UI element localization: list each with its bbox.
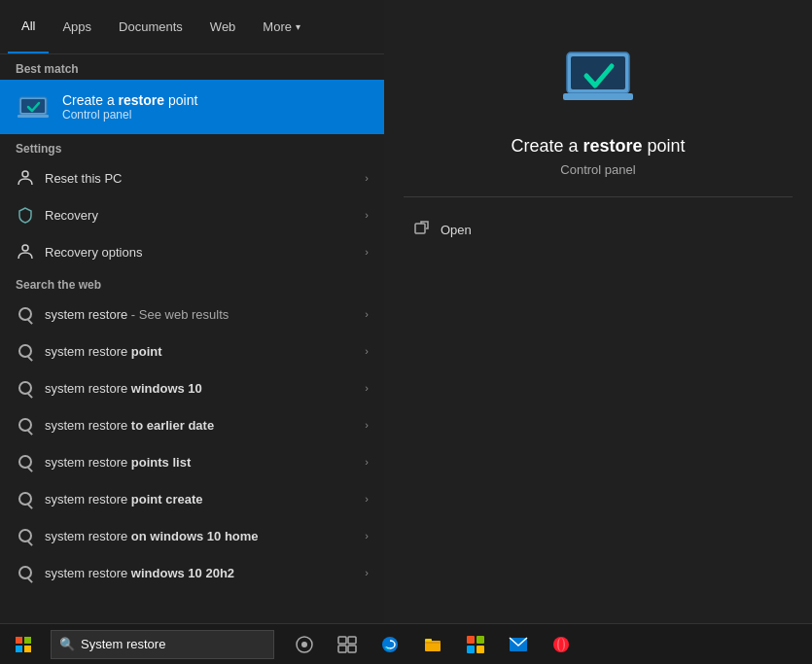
best-match-item[interactable]: Create a restore point Control panel <box>0 80 384 134</box>
web-item-1[interactable]: system restore point › <box>0 332 384 369</box>
web-arrow-4: › <box>365 456 369 468</box>
web-arrow-6: › <box>365 530 369 542</box>
web-text-5: system restore point create <box>45 492 355 507</box>
tab-documents[interactable]: Documents <box>105 0 196 53</box>
store-icon[interactable] <box>455 624 496 665</box>
settings-item-recovery-options[interactable]: Recovery options › <box>0 233 384 270</box>
svg-rect-15 <box>338 637 346 644</box>
svg-point-14 <box>301 642 307 647</box>
web-item-4[interactable]: system restore points list › <box>0 443 384 480</box>
svg-rect-23 <box>467 646 475 653</box>
recovery-icon <box>16 205 35 225</box>
right-app-subtitle: Control panel <box>560 162 635 177</box>
web-item-6[interactable]: system restore on windows 10 home › <box>0 517 384 554</box>
left-panel: All Apps Documents Web More ▾ Best match <box>0 0 384 623</box>
svg-rect-20 <box>425 639 432 642</box>
svg-rect-16 <box>348 637 356 644</box>
best-match-text: Create a restore point Control panel <box>62 92 197 122</box>
web-item-3[interactable]: system restore to earlier date › <box>0 406 384 443</box>
file-explorer-icon[interactable] <box>412 624 453 665</box>
svg-point-3 <box>22 171 28 177</box>
search-icon-1 <box>16 341 35 361</box>
web-text-1: system restore point <box>45 344 355 359</box>
web-text-7: system restore windows 10 20h2 <box>45 566 355 580</box>
tab-more[interactable]: More ▾ <box>249 0 314 53</box>
arrow-icon: › <box>365 172 369 184</box>
task-view-button[interactable] <box>284 624 325 665</box>
multitask-icon[interactable] <box>327 624 368 665</box>
edge-icon[interactable] <box>370 624 410 665</box>
settings-item-recovery[interactable]: Recovery › <box>0 196 384 233</box>
recovery-options-icon <box>16 242 35 262</box>
tab-all[interactable]: All <box>8 0 49 53</box>
svg-rect-8 <box>415 224 425 233</box>
mail-icon[interactable] <box>498 624 539 665</box>
taskbar-icons <box>284 624 582 665</box>
web-arrow-3: › <box>365 419 369 431</box>
tab-apps[interactable]: Apps <box>49 0 105 53</box>
chevron-down-icon: ▾ <box>296 21 300 32</box>
web-arrow-0: › <box>365 308 369 320</box>
svg-rect-24 <box>477 646 484 653</box>
web-item-5[interactable]: system restore point create › <box>0 480 384 517</box>
web-arrow-2: › <box>365 382 369 394</box>
svg-rect-12 <box>24 646 31 652</box>
right-panel: Create a restore point Control panel Ope… <box>384 0 812 623</box>
web-text-4: system restore points list <box>45 455 355 470</box>
best-match-label: Best match <box>0 54 384 80</box>
svg-rect-9 <box>16 637 22 644</box>
search-icon-5 <box>16 489 35 508</box>
svg-rect-7 <box>563 93 633 100</box>
search-bar-icon: 🔍 <box>59 637 75 651</box>
opera-icon[interactable] <box>541 624 582 665</box>
search-results: Best match Create a restore point Co <box>0 54 384 623</box>
web-item-7[interactable]: system restore windows 10 20h2 › <box>0 554 384 591</box>
svg-point-4 <box>22 245 28 251</box>
web-arrow-5: › <box>365 493 369 505</box>
search-bar[interactable]: 🔍 <box>51 630 274 659</box>
web-text-0: system restore - See web results <box>45 307 355 322</box>
right-app-title: Create a restore point <box>511 136 685 157</box>
open-button[interactable]: Open <box>404 213 793 246</box>
web-text-3: system restore to earlier date <box>45 418 355 433</box>
svg-rect-2 <box>18 115 49 118</box>
settings-label: Settings <box>0 134 384 159</box>
search-icon-3 <box>16 415 35 435</box>
search-icon-2 <box>16 378 35 398</box>
svg-rect-10 <box>24 637 31 644</box>
search-icon-6 <box>16 526 35 545</box>
search-icon-4 <box>16 452 35 472</box>
best-match-subtitle: Control panel <box>62 108 197 122</box>
divider <box>404 196 793 197</box>
open-icon <box>413 219 431 240</box>
svg-rect-22 <box>477 636 484 644</box>
svg-rect-21 <box>467 636 475 644</box>
web-item-2[interactable]: system restore windows 10 › <box>0 369 384 406</box>
settings-item-recovery-options-label: Recovery options <box>45 245 355 260</box>
web-item-0[interactable]: system restore - See web results › <box>0 296 384 332</box>
svg-rect-18 <box>348 646 356 652</box>
tab-web[interactable]: Web <box>196 0 250 53</box>
start-menu: All Apps Documents Web More ▾ Best match <box>0 0 812 623</box>
svg-rect-11 <box>16 646 22 652</box>
arrow-icon-3: › <box>365 246 369 258</box>
settings-item-recovery-label: Recovery <box>45 208 355 223</box>
tabs-bar: All Apps Documents Web More ▾ <box>0 0 384 54</box>
svg-rect-17 <box>338 646 346 652</box>
taskbar: 🔍 <box>0 623 812 664</box>
search-icon-7 <box>16 563 35 582</box>
web-arrow-7: › <box>365 567 369 578</box>
web-text-6: system restore on windows 10 home <box>45 529 355 543</box>
reset-icon <box>16 168 35 188</box>
search-icon-0 <box>16 304 35 324</box>
restore-point-icon <box>16 89 51 124</box>
arrow-icon-2: › <box>365 209 369 221</box>
start-button[interactable] <box>0 624 47 665</box>
svg-point-28 <box>559 638 564 651</box>
web-text-2: system restore windows 10 <box>45 381 355 396</box>
settings-item-reset[interactable]: Reset this PC › <box>0 159 384 196</box>
app-icon-large <box>559 39 637 117</box>
search-input[interactable] <box>81 637 265 651</box>
settings-item-reset-label: Reset this PC <box>45 171 355 186</box>
best-match-title: Create a restore point <box>62 92 197 108</box>
